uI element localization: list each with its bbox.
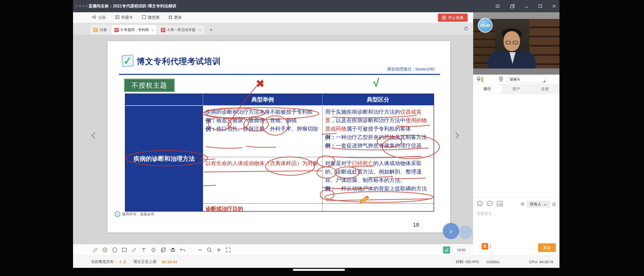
table-header-examples: 典型举例 [203, 94, 323, 106]
tab-label: 4.第一章总结专题. [167, 28, 196, 32]
slide-table: 典型举例 典型区分 疾病的诊断和治理方法 疾病的诊断和治疗方法本身不能被授予专利… [125, 94, 434, 212]
wrong-mark-icon: ✖ [256, 77, 265, 90]
teacher-shirt [509, 52, 516, 64]
stop-live-label: 停止直播 [448, 15, 463, 20]
tab-users[interactable]: 用户 [502, 84, 531, 94]
refresh-icon[interactable] [463, 26, 469, 32]
tab-whiteboard[interactable]: B 白板 [90, 25, 110, 35]
taskbar-handle [293, 269, 345, 271]
text-tool-icon[interactable] [141, 247, 147, 253]
table-header-empty [125, 94, 203, 106]
float-secondary-circle[interactable] [459, 225, 472, 239]
close-icon[interactable] [552, 4, 556, 8]
room-count-label: 当前教室共有： [91, 259, 118, 264]
chat-message-list[interactable] [473, 94, 559, 197]
zoom-in-icon[interactable] [216, 247, 221, 252]
ime-menu-icon: ≡▾ [490, 245, 491, 248]
tab-close-icon[interactable]: × [151, 28, 154, 32]
slide-thumbnail-icon[interactable] [443, 246, 450, 254]
rectangle-tool-icon[interactable] [122, 247, 127, 253]
microphone-icon[interactable] [476, 76, 481, 83]
answer-card-label: 答题卡 [121, 15, 133, 20]
tab-chat[interactable]: 聊天 [473, 84, 502, 94]
tab-mic-connect[interactable]: 连麦 [531, 84, 559, 94]
table-cell-distinction-1: 用于实施疾病诊断和治疗方法的仪器或装置，以及在疾病诊断和治疗方法中使用的物质或药… [323, 106, 434, 157]
composer-toolbar: 对 所有人 说 [477, 201, 556, 208]
next-slide-arrow[interactable]: › [455, 127, 460, 142]
webcam-icon[interactable] [498, 76, 504, 83]
tab-topic4-patent[interactable]: P 5.专题四：专利保 × [111, 25, 157, 35]
clear-page-tool-icon[interactable] [160, 247, 166, 253]
ppt-tab-icon: P [114, 28, 119, 32]
menu-icon[interactable] [495, 4, 500, 8]
camera-select[interactable]: 摄像头 [507, 76, 546, 83]
av-controls: 摄像头 [473, 75, 559, 84]
teacher-webcam-video: 69:45 [473, 12, 559, 75]
float-next-button[interactable]: › [443, 223, 459, 239]
ppt-slide: ✓ 博文专利代理考试培训 课堂助理微信：bowen240 不授权主题 ✖ √ 典… [108, 41, 450, 233]
say-label: 说 [552, 202, 556, 207]
clean-all-tool-icon[interactable] [170, 247, 176, 253]
megaphone-icon [92, 15, 97, 20]
more-button[interactable]: 更多 [169, 15, 182, 20]
minimize-icon[interactable] [525, 4, 528, 8]
chevron-down-icon [544, 202, 547, 206]
app-version: V 5.0.4 [76, 4, 88, 8]
whiteboard-tab-icon: B [93, 28, 98, 32]
audience-select[interactable]: 所有人 [527, 201, 550, 208]
magnifier-icon[interactable] [207, 247, 212, 253]
page-indicator[interactable]: 18/30 [453, 246, 470, 254]
chat-bubble-icon[interactable] [486, 201, 493, 208]
fullscreen-icon[interactable] [225, 247, 231, 253]
quiz-icon [142, 15, 146, 20]
topic-badge: 不授权主题 [124, 78, 175, 92]
ime-bar[interactable]: ⋮ S ≡▾ [477, 243, 493, 251]
table-header-distinction: 典型区分 [323, 94, 434, 106]
chat-composer: 对 所有人 说 ⋮ S ≡▾ 发送 [473, 197, 559, 256]
stop-live-button[interactable]: 停止直播 [438, 14, 468, 22]
pencil-tool-icon[interactable] [92, 247, 98, 253]
tab-close-icon[interactable]: × [199, 28, 201, 32]
room-count-unit: 人 [123, 259, 127, 264]
zoom-out-icon[interactable] [197, 247, 202, 252]
video-letterbox-bottom [473, 68, 559, 75]
brand-checkbox-logo: ✓ [121, 54, 134, 67]
laser-point-tool-icon[interactable] [102, 247, 108, 253]
tab-chapter1-summary[interactable]: P 4.第一章总结专题. × [158, 25, 204, 35]
room-count-value: 4 [119, 260, 121, 264]
quiz-button[interactable]: 随堂测 [142, 15, 159, 20]
toolbar-separator [192, 247, 192, 253]
drawing-toolbar: 18/30 [73, 244, 473, 256]
answer-card-button[interactable]: 答题卡 [115, 15, 133, 20]
announcement-button[interactable]: 公告 [92, 15, 106, 20]
main-area: 公告 答题卡 随堂测 更多 停止直播 [73, 12, 473, 256]
tab-label: 白板 [100, 28, 107, 32]
copyright-line: e 版权所有，盗版必究 [115, 211, 154, 217]
top-toolbar: 公告 答题卡 随堂测 更多 停止直播 [73, 12, 473, 23]
line-tool-icon[interactable] [131, 247, 137, 253]
document-tabbar: B 白板 P 5.专题四：专利保 × P 4.第一章总结专题. × + [73, 23, 473, 35]
new-tab-button[interactable]: + [206, 25, 217, 35]
class-timer-badge: 69:45 [478, 18, 493, 33]
undo-icon[interactable] [180, 247, 186, 253]
circle-tool-icon[interactable] [112, 247, 117, 253]
publisher-logo-icon: e [115, 211, 120, 217]
chat-input[interactable] [477, 211, 556, 231]
room-title: 直播间名称：2021专代课程试听-博文专利法精讲 [88, 4, 176, 9]
layout-icon[interactable] [510, 4, 515, 8]
status-bar: 当前教室共有： 4 人 博文正在上课 01:15:31 掉帧: 0(0.0%) … [73, 256, 559, 268]
window-controls [495, 0, 556, 12]
resize-corner-icon [543, 80, 545, 82]
sogou-ime-icon: S [482, 243, 488, 250]
send-button[interactable]: 发送 [538, 243, 556, 252]
maximize-icon[interactable] [539, 4, 542, 8]
bitrate-stat: 142kb/s [486, 260, 499, 264]
answer-card-icon [115, 15, 120, 20]
announcement-label: 公告 [98, 15, 106, 20]
image-upload-icon[interactable] [497, 201, 503, 208]
frame-drop-stat: 掉帧: 0(0.0%) [456, 259, 479, 264]
prev-slide-arrow[interactable]: ‹ [91, 127, 96, 142]
slide-divider [119, 74, 440, 75]
emoji-icon[interactable] [477, 201, 483, 208]
eraser-tool-icon[interactable] [151, 247, 156, 253]
